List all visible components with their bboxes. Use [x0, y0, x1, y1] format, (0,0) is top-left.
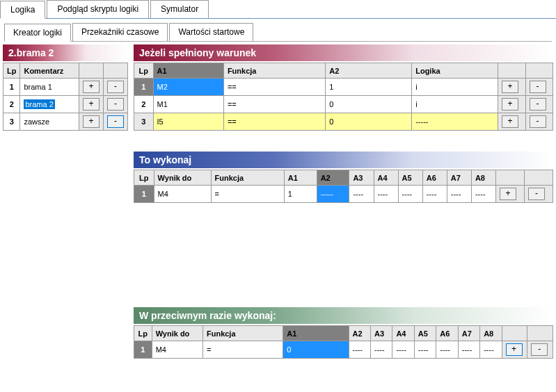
cell-a7[interactable]: ---- — [458, 341, 479, 359]
cell-fn[interactable]: = — [211, 186, 284, 203]
cell-wynik[interactable]: M4 — [154, 186, 211, 203]
add-button[interactable]: + — [502, 98, 518, 111]
cell-a4[interactable]: ---- — [374, 186, 398, 203]
table-row[interactable]: 1 M4 = 0 ---- ---- ---- ---- ---- ---- -… — [134, 341, 553, 359]
col-a5: A5 — [414, 326, 436, 341]
col-a5: A5 — [398, 170, 422, 186]
tab-wartosci[interactable]: Wartości startowe — [169, 23, 253, 41]
col-a8: A8 — [480, 326, 502, 341]
cell-a2[interactable]: 1 — [326, 79, 412, 96]
add-button[interactable]: + — [506, 343, 523, 356]
cell-fn[interactable]: == — [223, 79, 325, 96]
remove-button[interactable]: - — [107, 115, 124, 128]
col-funkcja: Funkcja — [211, 170, 284, 186]
cell-fn[interactable]: == — [223, 96, 325, 113]
cell-a5[interactable]: ---- — [414, 341, 436, 359]
col-a4: A4 — [392, 326, 414, 341]
tab-logika[interactable]: Logika — [0, 1, 45, 19]
remove-button[interactable]: - — [530, 115, 546, 128]
col-a1: A1 — [153, 63, 223, 79]
cell-log[interactable]: ----- — [412, 113, 498, 131]
col-a3: A3 — [349, 170, 374, 186]
cell-a4[interactable]: ---- — [392, 341, 414, 359]
cell-a1[interactable]: M2 — [153, 79, 223, 96]
remove-button[interactable]: - — [107, 81, 124, 93]
cell-a5[interactable]: ---- — [398, 186, 422, 203]
remove-button[interactable]: - — [107, 98, 124, 111]
top-tab-bar: Logika Podgląd skryptu logiki Symulator — [0, 0, 556, 19]
table-row[interactable]: 1 M2 == 1 i + - — [134, 79, 553, 96]
add-button[interactable]: + — [502, 115, 518, 128]
cell-a1[interactable]: M1 — [153, 96, 223, 113]
cell-a1[interactable]: 1 — [284, 186, 317, 203]
col-a7: A7 — [447, 170, 471, 186]
cell-log[interactable]: i — [412, 79, 498, 96]
cell-lp: 1 — [134, 79, 154, 96]
cell-a2[interactable]: 0 — [326, 96, 412, 113]
then-table: Lp Wynik do Funkcja A1 A2 A3 A4 A5 A6 A7… — [134, 170, 553, 203]
tab-przekazniki[interactable]: Przekaźniki czasowe — [72, 23, 168, 41]
cell-komentarz[interactable]: zawsze — [20, 113, 79, 131]
tab-kreator[interactable]: Kreator logiki — [4, 24, 71, 42]
add-button[interactable]: + — [83, 81, 100, 93]
col-lp: Lp — [3, 63, 20, 79]
cell-a2[interactable]: 0 — [326, 113, 412, 131]
tab-podglad[interactable]: Podgląd skryptu logiki — [47, 0, 149, 18]
cell-log[interactable]: i — [412, 96, 498, 113]
cell-a7[interactable]: ---- — [447, 186, 471, 203]
table-row[interactable]: 3 zawsze + - — [3, 113, 128, 131]
col-logika: Logika — [412, 63, 498, 79]
cell-lp: 2 — [134, 96, 154, 113]
add-button[interactable]: + — [500, 188, 516, 200]
table-row[interactable]: 3 I5 == 0 ----- + - — [134, 113, 553, 131]
table-row[interactable]: 1 brama 1 + - — [3, 79, 128, 96]
cell-wynik[interactable]: M4 — [152, 341, 202, 359]
col-a6: A6 — [422, 170, 447, 186]
col-a8: A8 — [471, 170, 495, 186]
cell-a3[interactable]: ---- — [370, 341, 392, 359]
col-a2: A2 — [326, 63, 412, 79]
sub-tab-bar: Kreator logiki Przekaźniki czasowe Warto… — [4, 23, 552, 42]
else-table: Lp Wynik do Funkcja A1 A2 A3 A4 A5 A6 A7… — [134, 325, 553, 359]
remove-button[interactable]: - — [528, 188, 545, 200]
add-button[interactable]: + — [83, 115, 100, 128]
col-wynik: Wynik do — [152, 326, 202, 341]
cell-komentarz[interactable]: brama 1 — [20, 79, 79, 96]
add-button[interactable]: + — [83, 98, 100, 111]
cell-a3[interactable]: ---- — [349, 186, 374, 203]
col-a6: A6 — [436, 326, 458, 341]
table-row[interactable]: 2 brama 2 + - — [3, 96, 128, 113]
remove-button[interactable]: - — [530, 98, 546, 111]
cell-a6[interactable]: ---- — [436, 341, 458, 359]
cell-a1[interactable]: 0 — [283, 341, 349, 359]
col-minus — [104, 63, 128, 79]
cell-fn[interactable]: = — [202, 341, 283, 359]
cell-a2[interactable]: ----- — [317, 186, 349, 203]
add-button[interactable]: + — [502, 81, 518, 93]
table-row[interactable]: 1 M4 = 1 ----- ---- ---- ---- ---- ---- … — [134, 186, 553, 203]
col-a2: A2 — [317, 170, 349, 186]
cell-komentarz[interactable]: brama 2 — [20, 96, 79, 113]
tab-symulator[interactable]: Symulator — [150, 0, 209, 18]
cell-a8[interactable]: ---- — [471, 186, 495, 203]
cell-fn[interactable]: == — [223, 113, 325, 131]
table-row[interactable]: 2 M1 == 0 i + - — [134, 96, 553, 113]
col-komentarz: Komentarz — [20, 63, 79, 79]
cell-lp: 3 — [134, 113, 154, 131]
cell-a8[interactable]: ---- — [480, 341, 502, 359]
col-funkcja: Funkcja — [223, 63, 325, 79]
else-title: W przeciwnym razie wykonaj: — [134, 307, 553, 324]
remove-button[interactable]: - — [531, 343, 548, 356]
cell-a1[interactable]: I5 — [153, 113, 223, 131]
cell-a6[interactable]: ---- — [422, 186, 447, 203]
left-table: Lp Komentarz 1 brama 1 + - 2 brama 2 + -… — [3, 63, 128, 131]
remove-button[interactable]: - — [530, 81, 546, 93]
col-wynik: Wynik do — [154, 170, 211, 186]
left-title: 2.brama 2 — [3, 44, 128, 61]
col-a7: A7 — [458, 326, 479, 341]
col-funkcja: Funkcja — [202, 326, 283, 341]
cell-a2[interactable]: ---- — [349, 341, 370, 359]
cell-lp: 1 — [134, 341, 152, 359]
cell-lp: 3 — [3, 113, 20, 131]
col-a1: A1 — [284, 170, 317, 186]
